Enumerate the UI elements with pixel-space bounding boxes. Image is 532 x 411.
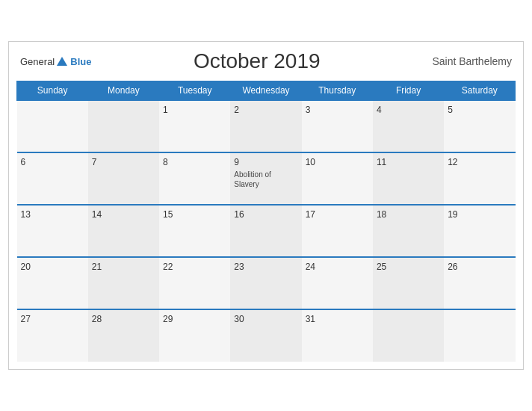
logo-general-text: General	[20, 56, 55, 67]
week-row-2: 6789Abolition of Slavery101112	[17, 152, 516, 205]
calendar-cell: 7	[88, 152, 159, 205]
day-number: 7	[92, 157, 155, 167]
calendar-cell: 27	[17, 309, 88, 362]
calendar-container: General Blue October 2019 Saint Barthele…	[8, 41, 524, 370]
calendar-cell: 3	[302, 100, 373, 152]
day-number: 9	[234, 157, 297, 167]
calendar-cell: 24	[302, 257, 373, 309]
header-saturday: Saturday	[444, 81, 515, 101]
logo-triangle-icon	[57, 57, 67, 66]
day-number: 18	[377, 209, 440, 220]
calendar-cell: 14	[88, 205, 159, 257]
day-number: 23	[234, 262, 297, 272]
calendar-cell: 19	[444, 205, 515, 257]
day-number: 19	[448, 209, 511, 220]
calendar-cell: 22	[159, 257, 230, 309]
calendar-cell: 4	[373, 100, 444, 152]
header-friday: Friday	[373, 81, 444, 101]
day-number: 3	[306, 105, 369, 115]
calendar-cell: 21	[88, 257, 159, 309]
day-number: 10	[306, 157, 369, 167]
calendar-cell: 9Abolition of Slavery	[230, 152, 301, 205]
calendar-cell: 16	[230, 205, 301, 257]
weekday-header-row: Sunday Monday Tuesday Wednesday Thursday…	[17, 81, 516, 101]
day-number: 12	[448, 157, 511, 167]
header-thursday: Thursday	[302, 81, 373, 101]
calendar-cell: 8	[159, 152, 230, 205]
calendar-header: General Blue October 2019 Saint Barthele…	[16, 49, 516, 73]
calendar-cell: 28	[88, 309, 159, 362]
day-number: 26	[448, 262, 511, 272]
calendar-cell: 12	[444, 152, 515, 205]
day-number: 8	[163, 157, 226, 167]
calendar-cell: 11	[373, 152, 444, 205]
calendar-cell: 26	[444, 257, 515, 309]
day-number: 22	[163, 262, 226, 272]
calendar-title: October 2019	[91, 49, 422, 73]
calendar-cell: 13	[17, 205, 88, 257]
day-number: 6	[21, 157, 84, 167]
day-number: 28	[92, 314, 155, 324]
day-number: 27	[21, 314, 84, 324]
day-number: 15	[163, 209, 226, 220]
header-sunday: Sunday	[17, 81, 88, 101]
calendar-cell: 10	[302, 152, 373, 205]
calendar-cell	[88, 100, 159, 152]
week-row-1: 12345	[17, 100, 516, 152]
calendar-cell: 29	[159, 309, 230, 362]
calendar-cell: 17	[302, 205, 373, 257]
calendar-cell: 6	[17, 152, 88, 205]
header-tuesday: Tuesday	[159, 81, 230, 101]
header-wednesday: Wednesday	[230, 81, 301, 101]
day-number: 4	[377, 105, 440, 115]
logo-blue-text: Blue	[70, 56, 91, 67]
day-number: 1	[163, 105, 226, 115]
calendar-cell: 25	[373, 257, 444, 309]
calendar-cell: 5	[444, 100, 515, 152]
day-number: 2	[234, 105, 297, 115]
calendar-grid: Sunday Monday Tuesday Wednesday Thursday…	[16, 81, 516, 362]
day-number: 17	[306, 209, 369, 220]
calendar-cell: 20	[17, 257, 88, 309]
calendar-cell: 2	[230, 100, 301, 152]
calendar-cell: 23	[230, 257, 301, 309]
calendar-cell	[373, 309, 444, 362]
day-number: 30	[234, 314, 297, 324]
calendar-cell: 30	[230, 309, 301, 362]
day-number: 5	[448, 105, 511, 115]
calendar-cell: 1	[159, 100, 230, 152]
day-number: 29	[163, 314, 226, 324]
calendar-cell: 18	[373, 205, 444, 257]
day-number: 25	[377, 262, 440, 272]
calendar-cell: 31	[302, 309, 373, 362]
day-number: 16	[234, 209, 297, 220]
calendar-cell	[444, 309, 515, 362]
calendar-cell	[17, 100, 88, 152]
day-number: 20	[21, 262, 84, 272]
day-number: 21	[92, 262, 155, 272]
event-label: Abolition of Slavery	[234, 170, 297, 189]
day-number: 13	[21, 209, 84, 220]
week-row-3: 13141516171819	[17, 205, 516, 257]
header-monday: Monday	[88, 81, 159, 101]
day-number: 24	[306, 262, 369, 272]
calendar-region: Saint Barthelemy	[422, 55, 512, 67]
day-number: 14	[92, 209, 155, 220]
day-number: 11	[377, 157, 440, 167]
day-number: 31	[306, 314, 369, 324]
week-row-4: 20212223242526	[17, 257, 516, 309]
calendar-cell: 15	[159, 205, 230, 257]
week-row-5: 2728293031	[17, 309, 516, 362]
logo: General Blue	[20, 55, 91, 68]
